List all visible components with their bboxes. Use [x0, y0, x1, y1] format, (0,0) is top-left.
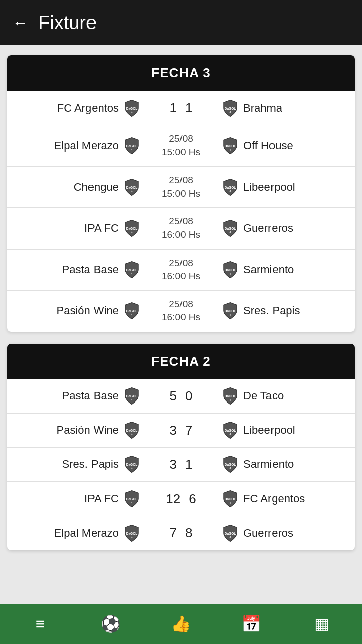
table-row: Sres. Papis DaGOL 4 3 1 DaGOL 4 Sarmient… — [7, 448, 355, 482]
section-header-fecha2: FECHA 2 — [7, 344, 355, 379]
match-center: 25/08 16:00 Hs — [141, 298, 221, 325]
svg-text:DaGOL: DaGOL — [225, 268, 236, 272]
section-fecha2: FECHA 2Pasta Base DaGOL 4 5 0 DaGOL 4 De… — [7, 344, 355, 550]
team-right-name: Sres. Papis — [243, 304, 300, 317]
svg-text:DaGOL: DaGOL — [225, 429, 236, 433]
team-left: Elpal Merazo DaGOL 4 — [15, 137, 141, 155]
match-center: 25/08 16:00 Hs — [141, 257, 221, 283]
table-row: FC Argentos DaGOL 4 1 1 DaGOL 4 Brahma — [7, 91, 355, 125]
score-left: 3 — [170, 457, 177, 472]
svg-text:DaGOL: DaGOL — [225, 532, 236, 535]
main-content: FECHA 3FC Argentos DaGOL 4 1 1 DaGOL 4 B… — [0, 45, 362, 604]
header: ← Fixture — [0, 0, 362, 45]
match-datetime: 25/08 16:00 Hs — [162, 215, 200, 242]
match-datetime: 25/08 15:00 Hs — [162, 174, 200, 200]
match-center: 3 1 — [141, 457, 221, 472]
svg-text:DaGOL: DaGOL — [126, 429, 138, 433]
svg-text:DaGOL: DaGOL — [126, 144, 138, 148]
team-right: DaGOL 4 Guerreros — [221, 524, 347, 542]
team-left: Pasta Base DaGOL 4 — [15, 387, 141, 405]
table-row: Elpal Merazo DaGOL 4 7 8 DaGOL 4 Guerrer… — [7, 516, 355, 550]
calendar-icon: 📅 — [241, 614, 261, 633]
calendar-nav-item[interactable]: 📅 — [231, 609, 272, 639]
table-row: IPA FC DaGOL 4 25/08 16:00 Hs DaGOL 4 Gu… — [7, 208, 355, 249]
svg-text:DaGOL: DaGOL — [225, 498, 236, 501]
svg-text:DaGOL: DaGOL — [126, 463, 138, 467]
match-time-value: 16:00 Hs — [162, 270, 200, 283]
svg-text:DaGOL: DaGOL — [225, 186, 236, 189]
back-button[interactable]: ← — [12, 14, 28, 32]
team-left: Chengue DaGOL 4 — [15, 178, 141, 196]
team-right-name: De Taco — [243, 389, 284, 403]
team-right: DaGOL 4 Libeerpool — [221, 178, 347, 196]
team-left: IPA FC DaGOL 4 — [15, 490, 141, 508]
score: 3 7 — [170, 423, 193, 438]
table-row: Pasta Base DaGOL 4 25/08 16:00 Hs DaGOL … — [7, 250, 355, 291]
team-right: DaGOL 4 Sarmiento — [221, 455, 347, 473]
team-left: Sres. Papis DaGOL 4 — [15, 455, 141, 473]
score: 7 8 — [170, 525, 193, 541]
match-center: 3 7 — [141, 423, 221, 438]
score-left: 3 — [170, 423, 177, 438]
score: 5 0 — [170, 388, 193, 404]
score-left: 7 — [170, 525, 177, 541]
team-left-name: Pasión Wine — [56, 424, 119, 437]
score: 3 1 — [170, 457, 193, 472]
match-center: 5 0 — [141, 388, 221, 404]
team-left-name: FC Argentos — [57, 102, 119, 115]
svg-text:DaGOL: DaGOL — [126, 227, 138, 230]
team-left-name: IPA FC — [84, 492, 119, 505]
svg-text:DaGOL: DaGOL — [126, 310, 138, 313]
score-separator: 1 — [185, 457, 192, 472]
menu-nav-item[interactable]: ≡ — [20, 609, 60, 639]
team-right: DaGOL 4 Guerreros — [221, 219, 347, 237]
team-right: DaGOL 4 Brahma — [221, 99, 347, 117]
like-nav-item[interactable]: 👍 — [161, 609, 201, 639]
team-left-name: Sres. Papis — [62, 458, 119, 471]
score-left: 12 — [166, 491, 180, 507]
table-row: Chengue DaGOL 4 25/08 15:00 Hs DaGOL 4 L… — [7, 167, 355, 208]
team-left-name: Elpal Merazo — [54, 139, 119, 152]
match-datetime: 25/08 16:00 Hs — [162, 298, 200, 325]
match-time-value: 16:00 Hs — [162, 311, 200, 325]
team-right: DaGOL 4 Sarmiento — [221, 261, 347, 279]
table-row: Pasión Wine DaGOL 4 25/08 16:00 Hs DaGOL… — [7, 291, 355, 332]
menu-icon: ≡ — [36, 615, 45, 633]
team-left: Pasta Base DaGOL 4 — [15, 261, 141, 279]
team-right-name: Guerreros — [243, 222, 293, 235]
page-title: Fixture — [38, 12, 97, 34]
table-row: Pasión Wine DaGOL 4 3 7 DaGOL 4 Libeerpo… — [7, 414, 355, 448]
match-date-value: 25/08 — [162, 257, 200, 270]
svg-text:DaGOL: DaGOL — [126, 107, 138, 110]
table-row: Elpal Merazo DaGOL 4 25/08 15:00 Hs DaGO… — [7, 125, 355, 167]
svg-text:DaGOL: DaGOL — [126, 395, 138, 398]
team-right: DaGOL 4 FC Argentos — [221, 490, 347, 508]
match-date-value: 25/08 — [162, 298, 200, 311]
match-center: 25/08 15:00 Hs — [141, 174, 221, 200]
svg-text:DaGOL: DaGOL — [225, 107, 236, 110]
team-left: Elpal Merazo DaGOL 4 — [15, 524, 141, 542]
score-separator: 1 — [185, 100, 192, 116]
team-right: DaGOL 4 Libeerpool — [221, 421, 347, 439]
score-separator: 0 — [185, 388, 192, 404]
team-left: FC Argentos DaGOL 4 — [15, 99, 141, 117]
team-right-name: Off House — [243, 139, 293, 152]
ball-nav-item[interactable]: ⚽ — [90, 609, 131, 639]
list-icon: ▦ — [314, 614, 329, 633]
svg-text:DaGOL: DaGOL — [126, 268, 138, 272]
table-row: IPA FC DaGOL 4 12 6 DaGOL 4 FC Argentos — [7, 482, 355, 516]
list-nav-item[interactable]: ▦ — [302, 609, 342, 639]
score-separator: 7 — [185, 423, 192, 438]
match-datetime: 25/08 15:00 Hs — [162, 132, 200, 159]
team-left-name: Pasta Base — [62, 389, 119, 403]
match-date-value: 25/08 — [162, 174, 200, 187]
bottom-nav: ≡⚽👍📅▦ — [0, 604, 362, 644]
match-date-value: 25/08 — [162, 215, 200, 228]
match-center: 7 8 — [141, 525, 221, 541]
table-row: Pasta Base DaGOL 4 5 0 DaGOL 4 De Taco — [7, 379, 355, 414]
team-left: IPA FC DaGOL 4 — [15, 219, 141, 237]
score-left: 1 — [170, 100, 177, 116]
score-left: 5 — [170, 388, 177, 404]
ball-icon: ⚽ — [101, 614, 121, 633]
team-left: Pasión Wine DaGOL 4 — [15, 302, 141, 320]
